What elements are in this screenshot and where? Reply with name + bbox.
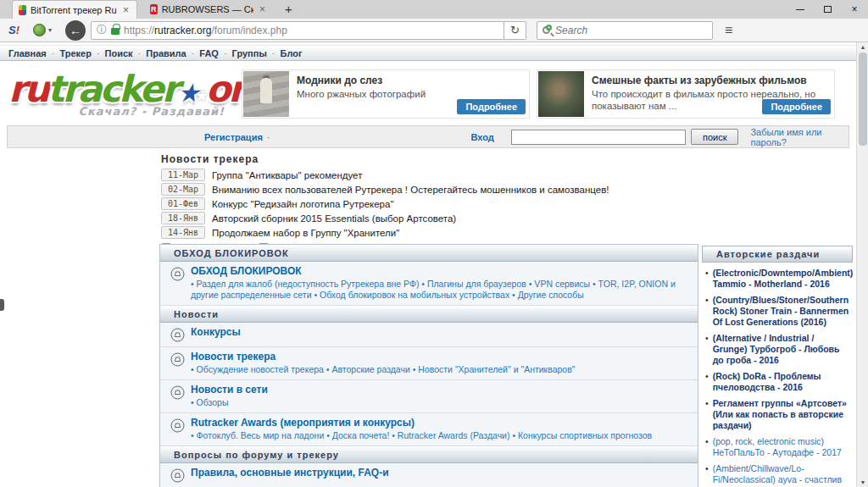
new-tab-button[interactable]: + bbox=[280, 2, 298, 16]
ad-title: Модники до слез bbox=[297, 75, 382, 86]
tab-strip: BitTorrent трекер RuTrack... × R RUBROWS… bbox=[0, 0, 868, 19]
menu-item-home[interactable]: Главная bbox=[8, 48, 47, 58]
close-icon[interactable]: × bbox=[258, 3, 267, 15]
news-item[interactable]: 02-МарВниманию всех пользователей Рутрек… bbox=[161, 183, 691, 196]
s-extension-icon[interactable]: S! bbox=[8, 24, 19, 36]
news-date: 11-Мар bbox=[161, 169, 205, 181]
menu-item-groups[interactable]: Группы bbox=[232, 48, 267, 58]
register-link[interactable]: Регистрация bbox=[204, 132, 263, 142]
subforum-links[interactable]: • Обсуждение новостей трекера • Авторски… bbox=[191, 364, 693, 375]
forum-link[interactable]: ОБХОД БЛОКИРОВОК bbox=[191, 265, 693, 277]
news-item[interactable]: 01-ФевКонкурс "Редизайн логотипа Рутреке… bbox=[161, 197, 691, 210]
ad-banner[interactable]: Смешные факты из зарубежных фильмов Что … bbox=[537, 69, 835, 119]
forum-row[interactable]: ОБХОД БЛОКИРОВОК • Раздел для жалоб (нед… bbox=[160, 262, 698, 306]
list-item[interactable]: •Регламент группы «Артсовет» (Или как по… bbox=[705, 398, 851, 431]
list-item[interactable]: •(Alternative / Industrial / Grunge) Тур… bbox=[705, 333, 851, 366]
browser-toolbar: S! ▾ ← ⓘ https://rutracker.org/forum/ind… bbox=[0, 19, 868, 42]
ad-image bbox=[538, 71, 584, 117]
menu-item-rules[interactable]: Правила bbox=[146, 48, 186, 58]
forgot-password-link[interactable]: Забыли имя или пароль? bbox=[750, 127, 849, 147]
url-bar[interactable]: ⓘ https://rutracker.org/forum/index.php bbox=[91, 21, 504, 40]
news-item[interactable]: 18-ЯнвАвторский сборник 2015 Essentials … bbox=[161, 212, 691, 224]
back-button[interactable]: ← bbox=[65, 20, 86, 41]
tab-rubrowsers[interactable]: R RUBROWSERS — Скачать ... × bbox=[144, 0, 273, 19]
menu-item-faq[interactable]: FAQ bbox=[199, 48, 219, 58]
close-icon[interactable]: × bbox=[121, 4, 131, 16]
site-search-button[interactable]: поиск bbox=[691, 129, 739, 145]
tab-title: BitTorrent трекер RuTrack... bbox=[31, 5, 117, 15]
menu-item-blog[interactable]: Блог bbox=[280, 48, 302, 58]
list-item[interactable]: •(Ambient/Chillwave/Lo-Fi/Neoclassical) … bbox=[705, 463, 851, 487]
scroll-down-icon[interactable]: ▼ bbox=[857, 479, 868, 485]
news-date: 02-Мар bbox=[161, 183, 205, 196]
news-date: 01-Фев bbox=[161, 197, 205, 210]
news-section: Новости трекера 11-МарГруппа "Антиквары"… bbox=[161, 153, 691, 253]
forum-link[interactable]: Новости в сети bbox=[191, 384, 693, 396]
ad-more-button[interactable]: Подробнее bbox=[457, 99, 526, 114]
login-bar: Регистрация · Вход поиск Забыли имя или … bbox=[7, 125, 849, 148]
ad-text: Много ржачных фотографий bbox=[297, 88, 524, 100]
list-item[interactable]: •(Country/Blues/Stoner/Southern Rock) St… bbox=[705, 295, 851, 328]
forum-row[interactable]: Правила, основные инструкции, FAQ-и bbox=[160, 463, 698, 487]
reload-button[interactable]: ↻ bbox=[504, 21, 526, 40]
forum-link[interactable]: Новости трекера bbox=[191, 351, 693, 362]
news-item[interactable]: 11-МарГруппа "Антиквары" рекомендует bbox=[161, 169, 691, 181]
page-content: Главная· Трекер· Поиск· Правила· FAQ· Гр… bbox=[0, 42, 856, 487]
url-text[interactable]: https://rutracker.org/forum/index.php bbox=[124, 25, 287, 36]
subforum-links[interactable]: • Раздел для жалоб (недоступность Рутрек… bbox=[191, 279, 693, 301]
tab-rutracker[interactable]: BitTorrent трекер RuTrack... × bbox=[12, 0, 137, 19]
browser-search-input[interactable] bbox=[555, 25, 691, 36]
subforum-links[interactable]: • Обзоры bbox=[191, 397, 693, 408]
subforum-links[interactable]: • Фотоклуб. Весь мир на ладони • Доска п… bbox=[191, 430, 693, 441]
news-title: Новости трекера bbox=[161, 153, 691, 165]
category-header[interactable]: Вопросы по форуму и трекеру bbox=[160, 446, 698, 463]
author-releases-sidebar: Авторские раздачи •(Electronic/Downtempo… bbox=[702, 246, 853, 487]
forum-row[interactable]: Конкурсы bbox=[160, 323, 698, 347]
forum-link[interactable]: Rutracker Awards (мероприятия и конкурсы… bbox=[191, 417, 693, 429]
forum-index: ОБХОД БЛОКИРОВОК ОБХОД БЛОКИРОВОК • Разд… bbox=[159, 244, 698, 487]
news-item[interactable]: 14-ЯнвПродолжаем набор в Группу "Храните… bbox=[161, 226, 691, 239]
star-icon: ★ bbox=[193, 86, 206, 106]
minimize-button[interactable] bbox=[787, 0, 814, 19]
rutracker-logo[interactable]: rutracker★★org Скачал? - Раздавай! bbox=[8, 68, 225, 122]
site-search-input[interactable] bbox=[511, 130, 686, 145]
news-date: 14-Янв bbox=[161, 226, 205, 239]
menu-icon[interactable]: ≡ bbox=[725, 23, 732, 38]
tor-onion-icon[interactable] bbox=[33, 24, 46, 36]
search-icon: + bbox=[542, 26, 550, 34]
forum-icon bbox=[170, 352, 185, 367]
list-item[interactable]: •(Electronic/Downtempo/Ambient) Tammio -… bbox=[705, 268, 851, 290]
login-link[interactable]: Вход bbox=[470, 132, 493, 142]
ad-more-button[interactable]: Подробнее bbox=[762, 99, 831, 114]
category-header[interactable]: Новости bbox=[160, 306, 698, 323]
category-header[interactable]: ОБХОД БЛОКИРОВОК bbox=[160, 245, 698, 262]
forum-icon bbox=[170, 267, 185, 281]
main-menu: Главная· Трекер· Поиск· Правила· FAQ· Гр… bbox=[0, 45, 856, 61]
forum-row[interactable]: Новости трекера • Обсуждение новостей тр… bbox=[160, 347, 698, 380]
star-icon: ★ bbox=[177, 78, 193, 108]
forum-icon bbox=[170, 418, 185, 433]
page-scrollbar[interactable]: ▲ ▼ bbox=[856, 42, 868, 487]
chevron-down-icon[interactable]: ▾ bbox=[48, 26, 52, 34]
list-item[interactable]: •(pop, rock, electronic music) НеТоПальТ… bbox=[705, 436, 851, 458]
forum-link[interactable]: Конкурсы bbox=[191, 326, 693, 338]
scrollbar-thumb[interactable] bbox=[859, 53, 867, 146]
news-date: 18-Янв bbox=[161, 212, 205, 224]
rutracker-favicon bbox=[19, 5, 26, 15]
forum-icon bbox=[170, 328, 185, 342]
window-controls: × bbox=[787, 0, 868, 19]
info-icon[interactable]: ⓘ bbox=[97, 23, 107, 37]
menu-item-search[interactable]: Поиск bbox=[105, 48, 133, 58]
maximize-button[interactable] bbox=[814, 0, 841, 19]
scroll-up-icon[interactable]: ▲ bbox=[857, 44, 868, 50]
forum-link[interactable]: Правила, основные инструкции, FAQ-и bbox=[191, 467, 693, 479]
forum-row[interactable]: Новости в сети • Обзоры bbox=[160, 380, 698, 413]
forum-row[interactable]: Rutracker Awards (мероприятия и конкурсы… bbox=[160, 413, 698, 446]
ad-banner[interactable]: Модники до слез Много ржачных фотографий… bbox=[242, 69, 530, 119]
list-item[interactable]: •(Rock) DoRa - Проблемы пчеловодства - 2… bbox=[705, 371, 851, 393]
ad-image bbox=[243, 71, 289, 117]
browser-search-box[interactable]: + bbox=[537, 21, 713, 40]
menu-item-tracker[interactable]: Трекер bbox=[59, 48, 91, 58]
side-panel-handle[interactable] bbox=[0, 299, 4, 311]
window-close-button[interactable]: × bbox=[841, 0, 868, 19]
